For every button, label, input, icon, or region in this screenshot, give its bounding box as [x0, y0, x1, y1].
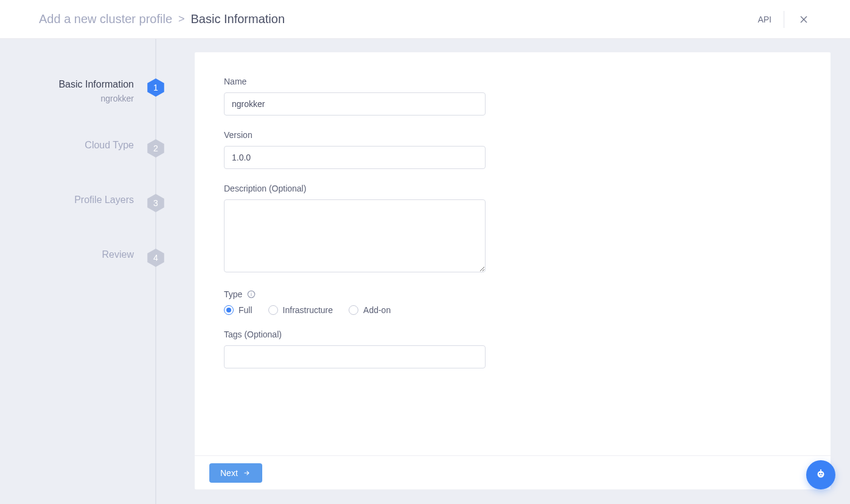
arrow-right-icon [243, 469, 251, 477]
header-actions: API [758, 11, 811, 28]
radio-indicator [349, 305, 358, 315]
info-icon[interactable]: i [247, 290, 256, 299]
type-label-text: Type [224, 289, 242, 299]
svg-rect-9 [820, 475, 822, 476]
step-basic-information[interactable]: Basic Information ngrokker 1 [0, 78, 165, 103]
step-number: 2 [153, 143, 158, 153]
step-title: Review [102, 248, 134, 261]
chat-bot-icon [814, 468, 827, 482]
type-label: Type i [224, 289, 486, 299]
radio-indicator [268, 305, 278, 315]
next-button[interactable]: Next [209, 463, 262, 483]
svg-point-8 [821, 473, 823, 474]
step-review[interactable]: Review 4 [0, 248, 165, 268]
field-tags: Tags (Optional) [224, 330, 486, 368]
breadcrumb-root[interactable]: Add a new cluster profile [39, 12, 172, 26]
breadcrumb-separator: > [178, 13, 185, 26]
radio-type-full[interactable]: Full [224, 305, 253, 315]
radio-label: Infrastructure [283, 305, 333, 315]
description-label: Description (Optional) [224, 184, 486, 193]
radio-label: Full [239, 305, 253, 315]
breadcrumb: Add a new cluster profile > Basic Inform… [39, 12, 758, 26]
svg-point-6 [818, 471, 824, 478]
radio-indicator [224, 305, 234, 315]
step-title: Cloud Type [85, 139, 134, 152]
form-area: Name Version Description (Optional) Type [195, 52, 831, 455]
field-type: Type i Full Infrastructure [224, 289, 486, 315]
steps-sidebar: Basic Information ngrokker 1 Cloud Type … [0, 39, 165, 504]
chat-fab[interactable] [806, 460, 835, 489]
svg-rect-11 [821, 471, 821, 472]
version-input[interactable] [224, 146, 486, 169]
tags-input[interactable] [224, 345, 486, 368]
card-footer: Next [195, 455, 831, 489]
page-body: Basic Information ngrokker 1 Cloud Type … [0, 39, 850, 504]
type-radio-group: Full Infrastructure Add-on [224, 305, 486, 315]
close-button[interactable] [796, 12, 811, 27]
next-button-label: Next [220, 468, 238, 478]
name-label: Name [224, 77, 486, 86]
main-area: Name Version Description (Optional) Type [165, 39, 850, 504]
breadcrumb-current: Basic Information [191, 12, 285, 26]
name-input[interactable] [224, 92, 486, 116]
step-number: 3 [153, 198, 158, 208]
svg-text:i: i [251, 291, 252, 297]
form-card: Name Version Description (Optional) Type [195, 52, 831, 489]
step-profile-layers[interactable]: Profile Layers 3 [0, 193, 165, 213]
api-link[interactable]: API [758, 15, 772, 24]
step-number: 1 [153, 83, 158, 92]
version-label: Version [224, 130, 486, 140]
step-subtitle: ngrokker [58, 94, 134, 103]
field-name: Name [224, 77, 486, 116]
step-number-badge: 4 [146, 248, 165, 268]
field-description: Description (Optional) [224, 184, 486, 275]
description-textarea[interactable] [224, 199, 486, 272]
svg-point-7 [819, 473, 820, 474]
radio-type-infrastructure[interactable]: Infrastructure [268, 305, 333, 315]
step-title: Basic Information [58, 78, 134, 91]
tags-label: Tags (Optional) [224, 330, 486, 339]
step-title: Profile Layers [74, 193, 134, 207]
header-bar: Add a new cluster profile > Basic Inform… [0, 0, 850, 39]
step-number: 4 [153, 253, 158, 263]
step-number-badge: 3 [146, 193, 165, 213]
field-version: Version [224, 130, 486, 169]
close-icon [799, 15, 809, 24]
steps-connector-line [155, 39, 156, 504]
header-divider [784, 11, 784, 28]
radio-label: Add-on [363, 305, 391, 315]
step-number-badge: 2 [146, 139, 165, 158]
radio-type-addon[interactable]: Add-on [349, 305, 391, 315]
step-number-badge: 1 [146, 78, 165, 97]
step-cloud-type[interactable]: Cloud Type 2 [0, 139, 165, 158]
